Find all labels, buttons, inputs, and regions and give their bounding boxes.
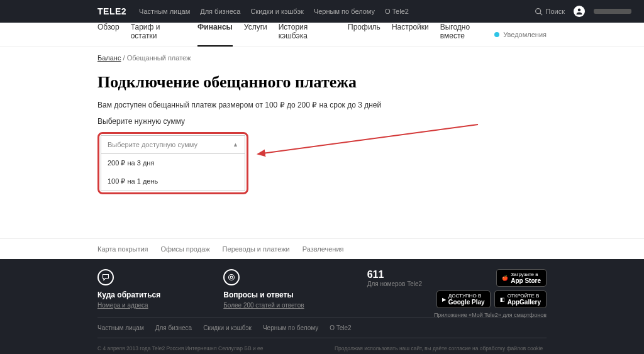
search-label: Поиск <box>546 8 565 15</box>
footer-apps: 🍎 Загрузите вApp Store ▶ ДОСТУПНО ВGoogl… <box>434 269 547 318</box>
subnav-finance[interactable]: Финансы <box>197 23 233 47</box>
legal-right: Продолжая использовать наш сайт, вы даёт… <box>335 345 547 354</box>
sub-nav-items: Обзор Тариф и остатки Финансы Услуги Ист… <box>97 23 494 47</box>
footer-contact: Куда обратиться Номера и адреса <box>97 269 160 309</box>
dropdown-options: 200 ₽ на 3 дня 100 ₽ на 1 день <box>101 154 245 191</box>
nav-private[interactable]: Частным лицам <box>139 8 190 15</box>
breadcrumb-current: Обещанный платеж <box>127 54 191 62</box>
appgallery-icon: ◧ <box>500 297 505 302</box>
dropdown-option-100[interactable]: 100 ₽ на 1 день <box>101 172 245 191</box>
page-title: Подключение обещанного платежа <box>97 73 547 92</box>
chevron-up-icon: ▲ <box>233 141 238 148</box>
sub-nav: Обзор Тариф и остатки Финансы Услуги Ист… <box>0 23 644 47</box>
notifications-label: Уведомления <box>503 31 547 38</box>
amount-dropdown-highlight: Выберите доступную сумму ▲ 200 ₽ на 3 дн… <box>97 132 248 194</box>
dropdown-placeholder: Выберите доступную сумму <box>108 141 197 148</box>
legal-left: С 4 апреля 2013 года Tele2 Россия Интерн… <box>97 345 309 354</box>
fnav-about[interactable]: О Tele2 <box>330 324 351 331</box>
notifications-button[interactable]: Уведомления <box>494 31 547 38</box>
subnav-profile[interactable]: Профиль <box>348 23 380 47</box>
subnav-overview[interactable]: Обзор <box>97 23 119 47</box>
select-label: Выберите нужную сумму <box>97 117 547 126</box>
phone-number: 611 <box>367 269 422 280</box>
top-right: Поиск <box>535 6 631 17</box>
notification-dot-icon <box>494 32 499 37</box>
dropdown-option-200[interactable]: 200 ₽ на 3 дня <box>101 154 245 172</box>
nav-blackwhite[interactable]: Черным по белому <box>314 8 375 15</box>
subnav-settings[interactable]: Настройки <box>392 23 429 47</box>
fnav-private[interactable]: Частным лицам <box>97 324 144 331</box>
faq-title: Вопросы и ответы <box>223 290 304 299</box>
appstore-button[interactable]: 🍎 Загрузите вApp Store <box>496 269 547 287</box>
breadcrumb-sep: / <box>121 54 126 62</box>
contact-title: Куда обратиться <box>97 290 160 299</box>
top-header: TELE2 Частным лицам Для бизнеса Скидки и… <box>0 0 644 23</box>
nav-business[interactable]: Для бизнеса <box>200 8 240 15</box>
footer-link-coverage[interactable]: Карта покрытия <box>97 245 148 253</box>
faq-sub[interactable]: Более 200 статей и ответов <box>223 302 304 309</box>
breadcrumb-link[interactable]: Баланс <box>97 54 121 62</box>
fnav-blackwhite[interactable]: Черным по белому <box>263 324 318 331</box>
apple-icon: 🍎 <box>502 275 508 281</box>
footer-bottom-nav: Частным лицам Для бизнеса Скидки и кэшбэ… <box>97 318 547 331</box>
main-content: Баланс / Обещанный платеж Подключение об… <box>0 47 644 194</box>
play-icon: ▶ <box>442 297 446 302</box>
footer-columns: Куда обратиться Номера и адреса Вопросы … <box>97 269 547 309</box>
user-name-placeholder <box>594 9 631 14</box>
user-icon[interactable] <box>574 6 585 17</box>
footer-link-entertainment[interactable]: Развлечения <box>303 245 344 253</box>
footer-link-offices[interactable]: Офисы продаж <box>161 245 210 253</box>
phone-sub: Для номеров Tele2 <box>367 280 422 287</box>
nav-cashback[interactable]: Скидки и кэшбэк <box>250 8 304 15</box>
fnav-cashback[interactable]: Скидки и кэшбэк <box>203 324 252 331</box>
footer-faq: Вопросы и ответы Более 200 статей и отве… <box>223 269 304 309</box>
appgallery-button[interactable]: ◧ ОТКРОЙТЕ ВAppGallery <box>494 290 547 308</box>
logo[interactable]: TELE2 <box>97 6 126 16</box>
footer-link-payments[interactable]: Переводы и платежи <box>223 245 290 253</box>
subnav-cashback-history[interactable]: История кэшбэка <box>279 23 336 47</box>
svg-point-0 <box>535 8 540 13</box>
lifebuoy-icon <box>223 269 240 285</box>
googleplay-button[interactable]: ▶ ДОСТУПНО ВGoogle Play <box>436 290 491 308</box>
svg-point-5 <box>229 275 235 280</box>
subnav-tariff[interactable]: Тариф и остатки <box>131 23 186 47</box>
fnav-business[interactable]: Для бизнеса <box>155 324 192 331</box>
footer-legal: С 4 апреля 2013 года Tele2 Россия Интерн… <box>97 338 547 354</box>
search-button[interactable]: Поиск <box>535 8 565 16</box>
app-text: Приложение «Мой Tele2» для смартфонов <box>434 312 547 318</box>
amount-dropdown[interactable]: Выберите доступную сумму ▲ <box>101 135 245 154</box>
nav-about[interactable]: О Tele2 <box>385 8 409 15</box>
svg-point-6 <box>230 276 233 279</box>
page-description: Вам доступен обещанный платеж размером о… <box>97 101 547 109</box>
subnav-services[interactable]: Услуги <box>244 23 267 47</box>
svg-point-2 <box>578 9 581 12</box>
subnav-together[interactable]: Выгодно вместе <box>440 23 495 47</box>
chat-icon <box>97 269 114 285</box>
svg-line-1 <box>540 13 541 14</box>
dark-footer: Куда обратиться Номера и адреса Вопросы … <box>0 259 644 354</box>
search-icon <box>535 8 543 16</box>
top-nav: Частным лицам Для бизнеса Скидки и кэшбэ… <box>139 8 534 15</box>
breadcrumb: Баланс / Обещанный платеж <box>97 54 547 62</box>
contact-sub[interactable]: Номера и адреса <box>97 302 148 309</box>
footer-links: Карта покрытия Офисы продаж Переводы и п… <box>0 238 644 259</box>
footer-phone: 611 Для номеров Tele2 <box>367 269 422 309</box>
